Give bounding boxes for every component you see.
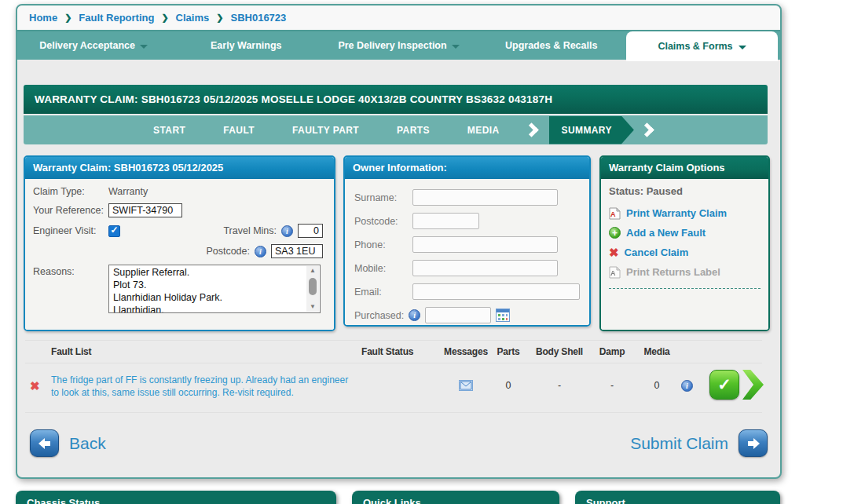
cancel-claim-link[interactable]: ✖ Cancel Claim	[609, 243, 761, 262]
step-parts[interactable]: PARTS	[397, 125, 430, 136]
surname-input[interactable]	[412, 189, 558, 206]
divider	[25, 340, 762, 341]
tab-label: Early Warnings	[211, 40, 282, 51]
submit-claim-button[interactable]	[739, 429, 768, 457]
print-warranty-claim-link[interactable]: A Print Warranty Claim	[609, 203, 761, 223]
scroll-up-icon[interactable]: ▲	[306, 266, 319, 276]
mobile-label: Mobile:	[354, 263, 412, 274]
tab-pre-delivery-inspection[interactable]: Pre Delivery Inspection	[322, 31, 475, 60]
chevron-right-icon	[640, 122, 654, 137]
purchased-label: Purchased:	[354, 310, 404, 321]
breadcrumb-claim-id[interactable]: SBH016723	[230, 12, 286, 24]
step-media[interactable]: MEDIA	[467, 125, 500, 136]
your-reference-input[interactable]	[108, 203, 182, 217]
phone-label: Phone:	[354, 239, 412, 250]
col-header-parts: Parts	[497, 346, 519, 357]
print-returns-label-link[interactable]: A Print Returns Label	[609, 262, 761, 282]
fault-next-arrow-icon[interactable]	[742, 370, 764, 400]
delete-fault-icon[interactable]: ✖	[30, 379, 40, 393]
pdf-icon: A	[609, 266, 621, 279]
col-header-messages: Messages	[444, 346, 488, 357]
wizard-step-bar: START FAULT FAULTY PART PARTS MEDIA SUMM…	[24, 115, 768, 144]
engineer-visit-checkbox[interactable]	[108, 225, 120, 237]
phone-input[interactable]	[412, 236, 558, 253]
scroll-down-icon[interactable]: ▼	[306, 302, 319, 312]
purchased-date-input[interactable]	[425, 307, 491, 323]
bottom-panel-middle-header: Quick Links	[352, 491, 559, 504]
breadcrumb-fault-reporting[interactable]: Fault Reporting	[79, 12, 154, 24]
back-label[interactable]: Back	[69, 434, 106, 453]
email-input[interactable]	[412, 283, 580, 300]
body-shell-value: -	[558, 380, 561, 391]
owner-information-title: Owner Information:	[345, 157, 589, 179]
breadcrumb-home[interactable]: Home	[29, 12, 57, 24]
tab-label: Claims & Forms	[658, 41, 732, 52]
info-icon[interactable]: i	[255, 246, 266, 257]
claim-title-banner: WARRANTY CLAIM: SBH016723 05/12/2025 MOS…	[24, 85, 768, 114]
reasons-scrollbar[interactable]: ▲ ▼	[306, 266, 319, 312]
arrow-left-icon	[37, 436, 53, 451]
travel-mins-input[interactable]	[298, 224, 323, 238]
svg-text:A: A	[610, 269, 616, 277]
your-reference-label: Your Reference:	[33, 205, 108, 216]
claim-postcode-input[interactable]	[271, 244, 323, 258]
owner-postcode-input[interactable]	[412, 213, 479, 229]
step-faulty-part[interactable]: FAULTY PART	[292, 125, 359, 136]
svg-text:A: A	[610, 210, 616, 218]
col-header-media: Media	[643, 346, 669, 357]
damp-value: -	[610, 380, 614, 391]
back-button[interactable]	[30, 429, 59, 457]
owner-information-panel: Owner Information: Surname: Postcode: Ph…	[343, 155, 591, 327]
chevron-right-icon	[524, 122, 538, 137]
fault-description-link[interactable]: The fridge part of FF is constantly free…	[51, 374, 357, 399]
add-new-fault-link[interactable]: + Add a New Fault	[609, 223, 761, 243]
col-header-damp: Damp	[599, 346, 625, 357]
tab-label: Pre Delivery Inspection	[338, 40, 446, 51]
add-icon: +	[609, 227, 621, 239]
step-summary-active[interactable]: SUMMARY	[549, 116, 634, 144]
mobile-input[interactable]	[412, 260, 558, 276]
chevron-down-icon	[739, 46, 746, 49]
warranty-claim-panel-title: Warranty Claim: SBH016723 05/12/2025	[25, 157, 334, 179]
tab-claims-forms[interactable]: Claims & Forms	[626, 31, 778, 61]
chevron-down-icon	[140, 45, 148, 49]
info-icon[interactable]: i	[681, 380, 693, 392]
col-header-fault-list: Fault List	[51, 346, 91, 357]
reasons-textarea[interactable]: Supplier Referral. Plot 73. Llanrhidian …	[108, 265, 321, 313]
reasons-text: Supplier Referral. Plot 73. Llanrhidian …	[109, 265, 320, 312]
col-header-body-shell: Body Shell	[536, 346, 583, 357]
warranty-claim-panel: Warranty Claim: SBH016723 05/12/2025 Cla…	[24, 155, 335, 331]
messages-envelope-icon[interactable]	[459, 380, 473, 391]
info-icon[interactable]: i	[281, 225, 293, 237]
scroll-thumb[interactable]	[309, 278, 317, 295]
chevron-down-icon	[452, 45, 460, 49]
claim-type-value: Warranty	[108, 186, 148, 197]
print-warranty-claim-label: Print Warranty Claim	[626, 207, 727, 219]
divider	[609, 288, 761, 289]
step-start[interactable]: START	[153, 125, 185, 136]
chevron-right-icon: ❯	[161, 13, 168, 23]
main-tab-bar: Delivery Acceptance Early Warnings Pre D…	[17, 30, 780, 60]
tab-delivery-acceptance[interactable]: Delivery Acceptance	[17, 31, 170, 60]
chevron-right-icon: ❯	[216, 13, 223, 23]
arrow-right-icon	[746, 436, 761, 451]
step-fault[interactable]: FAULT	[223, 125, 255, 136]
back-navigation: Back	[30, 429, 106, 457]
breadcrumb-claims[interactable]: Claims	[176, 12, 210, 24]
divider	[25, 363, 762, 363]
print-returns-label-text: Print Returns Label	[626, 266, 720, 278]
tab-early-warnings[interactable]: Early Warnings	[170, 31, 322, 60]
claim-options-panel: Warranty Claim Options Status: Paused A …	[599, 155, 770, 331]
tab-upgrades-recalls[interactable]: Upgrades & Recalls	[475, 31, 628, 60]
info-icon[interactable]: i	[409, 309, 420, 321]
fault-complete-button[interactable]: ✓	[709, 370, 739, 400]
claim-postcode-label: Postcode:	[206, 246, 250, 257]
breadcrumb: Home ❯ Fault Reporting ❯ Claims ❯ SBH016…	[17, 5, 780, 30]
reasons-label: Reasons:	[33, 265, 108, 277]
chevron-right-icon: ❯	[64, 13, 71, 23]
submit-claim-label[interactable]: Submit Claim	[630, 434, 728, 453]
calendar-icon[interactable]	[496, 309, 510, 322]
cancel-claim-label: Cancel Claim	[625, 247, 689, 258]
tab-label: Delivery Acceptance	[39, 40, 135, 51]
add-new-fault-label: Add a New Fault	[626, 227, 706, 239]
